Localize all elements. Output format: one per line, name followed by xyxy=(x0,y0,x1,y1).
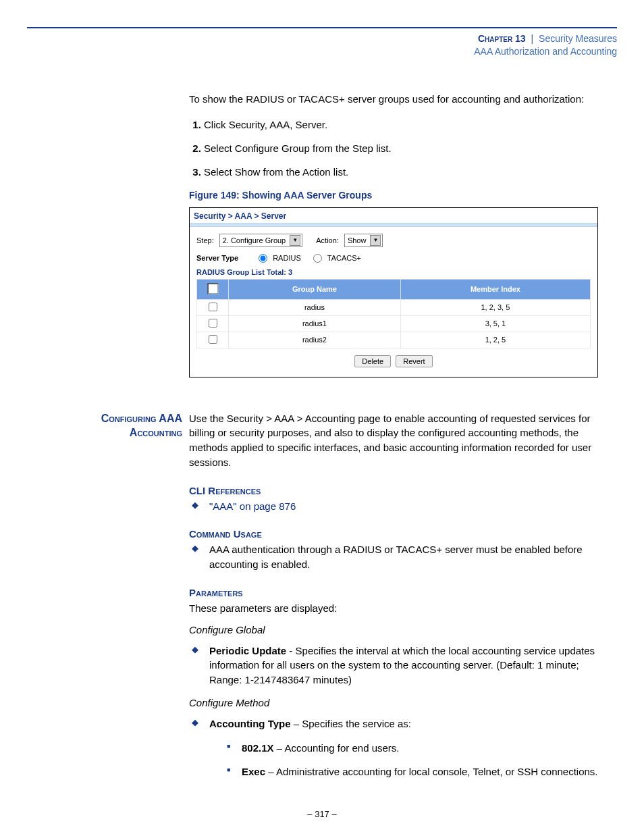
cli-ref-item: "AAA" on page 876 xyxy=(189,499,598,514)
chapter-label: Chapter 13 xyxy=(478,33,526,44)
configure-method-subhead: Configure Method xyxy=(189,697,598,708)
cell-group-name: radius2 xyxy=(229,332,401,348)
page-number: – 317 – xyxy=(0,809,644,819)
table-row: radius 1, 2, 3, 5 xyxy=(197,299,591,315)
col-member-index: Member Index xyxy=(400,279,590,299)
subparam-exec: Exec – Administrative accounting for loc… xyxy=(224,764,598,779)
section-side-heading: Configuring AAA Accounting xyxy=(0,411,189,440)
parameters-heading: Parameters xyxy=(189,587,598,598)
step-label: Step: xyxy=(196,236,214,244)
side-heading-line1: Configuring AAA xyxy=(101,413,182,424)
revert-button[interactable]: Revert xyxy=(396,355,432,367)
parameters-intro: These parameters are displayed: xyxy=(189,601,598,616)
row-checkbox[interactable] xyxy=(209,303,217,311)
dropdown-arrow-icon: ▼ xyxy=(370,235,381,246)
cell-group-name: radius xyxy=(229,299,401,315)
header-checkbox[interactable] xyxy=(207,283,219,294)
group-list-title: RADIUS Group List xyxy=(196,268,265,276)
step-item: Select Show from the Action list. xyxy=(204,166,598,178)
radio-tacacs-label: TACACS+ xyxy=(327,254,361,262)
configure-global-subhead: Configure Global xyxy=(189,624,598,635)
page-header: Chapter 13 | Security Measures AAA Autho… xyxy=(27,32,617,58)
sub-8021x-term: 802.1X xyxy=(242,742,274,754)
header-rule xyxy=(27,27,617,28)
row-checkbox[interactable] xyxy=(209,335,217,344)
group-table: Group Name Member Index radius 1, 2, 3, … xyxy=(196,279,591,348)
cli-references-heading: CLI References xyxy=(189,485,598,496)
table-row: radius2 1, 2, 5 xyxy=(197,332,591,348)
cli-ref-link[interactable]: "AAA" on page 876 xyxy=(209,500,296,512)
cell-member-index: 1, 2, 5 xyxy=(400,332,590,348)
server-type-label: Server Type xyxy=(196,254,238,262)
step-item: Click Security, AAA, Server. xyxy=(204,119,598,130)
app-screenshot: Security > AAA > Server Step: 2. Configu… xyxy=(189,207,598,377)
accounting-type-desc: – Specifies the service as: xyxy=(291,718,411,729)
action-label: Action: xyxy=(316,236,339,244)
param-periodic-update: Periodic Update - Specifies the interval… xyxy=(189,644,598,687)
header-subcrumb: AAA Authorization and Accounting xyxy=(27,45,617,58)
accounting-type-term: Accounting Type xyxy=(209,718,291,729)
section-lead: Use the Security > AAA > Accounting page… xyxy=(189,411,598,470)
steps-list: Click Security, AAA, Server. Select Conf… xyxy=(189,119,598,178)
table-row: radius1 3, 5, 1 xyxy=(197,315,591,332)
radio-tacacs[interactable] xyxy=(313,254,322,263)
cell-member-index: 3, 5, 1 xyxy=(400,315,590,332)
sub-exec-desc: – Administrative accounting for local co… xyxy=(265,766,598,777)
cell-group-name: radius1 xyxy=(229,315,401,332)
cell-member-index: 1, 2, 3, 5 xyxy=(400,299,590,315)
col-checkbox-header xyxy=(197,279,229,299)
command-usage-heading: Command Usage xyxy=(189,528,598,540)
group-list-total: Total: 3 xyxy=(267,268,292,276)
side-heading-line2: Accounting xyxy=(130,427,182,438)
sub-8021x-desc: – Accounting for end users. xyxy=(274,742,400,754)
param-accounting-type: Accounting Type – Specifies the service … xyxy=(189,716,598,779)
sub-exec-term: Exec xyxy=(242,766,265,777)
figure-caption: Figure 149: Showing AAA Server Groups xyxy=(189,190,598,201)
row-checkbox[interactable] xyxy=(209,319,217,328)
header-crumb: Security Measures xyxy=(539,33,617,44)
radio-radius-label: RADIUS xyxy=(273,254,301,262)
step-select-value: 2. Configure Group xyxy=(223,236,286,244)
intro-paragraph: To show the RADIUS or TACACS+ server gro… xyxy=(189,92,598,107)
dropdown-arrow-icon: ▼ xyxy=(290,235,300,246)
app-breadcrumb: Security > AAA > Server xyxy=(190,208,597,223)
col-group-name: Group Name xyxy=(229,279,401,299)
action-select-value: Show xyxy=(348,236,367,244)
header-separator: | xyxy=(529,33,537,44)
radio-radius[interactable] xyxy=(259,254,267,263)
periodic-update-term: Periodic Update xyxy=(209,645,286,656)
step-select[interactable]: 2. Configure Group ▼ xyxy=(219,234,303,247)
action-select[interactable]: Show ▼ xyxy=(344,234,383,247)
subparam-8021x: 802.1X – Accounting for end users. xyxy=(224,741,598,756)
step-item: Select Configure Group from the Step lis… xyxy=(204,142,598,154)
cmd-usage-item: AAA authentication through a RADIUS or T… xyxy=(189,542,598,572)
delete-button[interactable]: Delete xyxy=(354,355,391,367)
